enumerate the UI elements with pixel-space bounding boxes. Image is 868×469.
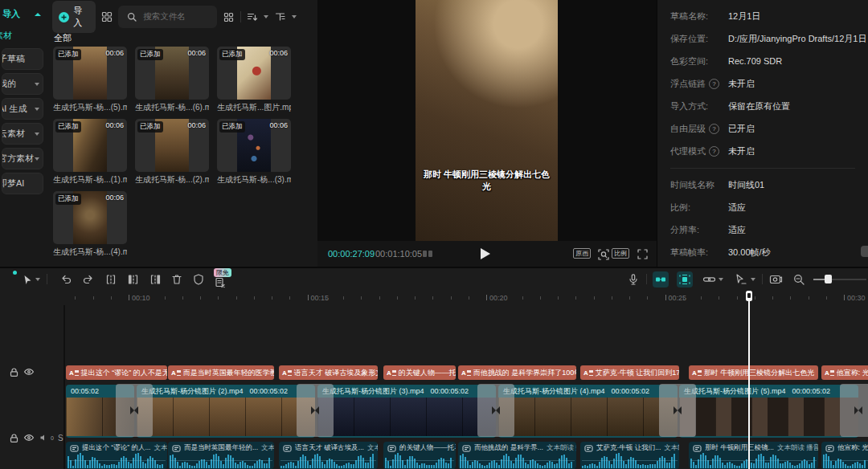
audio-clip[interactable]: 他宣称: 光是 [821, 442, 868, 469]
audio-clip[interactable]: 那时 牛顿刚用三棱镜...文本朗读 播音旁白 [689, 442, 818, 469]
duration-label: 00:06 [269, 49, 288, 57]
sort-icon[interactable] [247, 10, 259, 24]
sidebar-item-cloud-material[interactable]: 云素材 [2, 123, 43, 145]
partial-button[interactable] [861, 246, 868, 257]
microphone-icon[interactable] [625, 271, 641, 288]
video-clip[interactable]: 生成托马斯-杨分镜图片 (2).mp400:00:05:02 [137, 385, 315, 438]
audio-clip[interactable]: 而他挑战的 是科学界...文本朗读 播音旁 [458, 442, 576, 469]
sidebar-item-official-material[interactable]: 官方素材 [2, 148, 43, 169]
sidebar-item-jimeng-ai[interactable]: 即梦AI [2, 173, 43, 194]
media-card[interactable]: 已添加00:06生成托马斯-杨...(2).mp4 [135, 119, 209, 186]
filter-icon[interactable] [274, 10, 286, 24]
waveform-bar [387, 461, 389, 468]
zoom-slider-handle[interactable] [825, 275, 832, 283]
sidebar-item-import[interactable]: 导入 [0, 0, 46, 27]
sidebar-item-mine[interactable]: 我的 [2, 73, 43, 95]
eye-icon[interactable] [23, 366, 35, 377]
compact-view-icon[interactable] [223, 10, 235, 24]
text-clip[interactable]: A那时 牛顿刚用三棱镜分解出七色光 [689, 365, 818, 380]
layers-icon[interactable] [422, 248, 434, 259]
delete-icon[interactable] [169, 271, 185, 288]
media-card[interactable]: 已添加00:06生成托马斯-杨...(1).mp4 [53, 119, 127, 186]
media-card[interactable]: 已添加00:06生成托马斯-杨...(5).mp4 [53, 47, 127, 113]
split-right-icon[interactable] [147, 271, 163, 288]
property-value: D:/应用/JianyingPro Drafts/12月1日 [728, 27, 866, 50]
select-tool-icon[interactable] [19, 271, 35, 288]
waveform-bar [426, 465, 428, 468]
sidebar-item-material[interactable]: 素材 [0, 27, 46, 45]
solo-button[interactable]: S [58, 434, 63, 442]
sidebar-item-ai-generate[interactable]: AI 生成 [2, 98, 43, 120]
video-clip[interactable]: 生成托马斯-杨分镜图片 (5).mp400:00:05:02 [679, 385, 858, 438]
transition-icon[interactable] [840, 384, 868, 437]
grid-view-icon[interactable] [101, 10, 113, 24]
play-button[interactable] [481, 248, 490, 259]
audio-clip[interactable]: 艾萨克·牛顿 让我们...文本朗读 播 [580, 442, 679, 469]
ratio-button[interactable]: 比例 [612, 248, 629, 259]
playhead[interactable] [748, 291, 750, 469]
waveform-bar [338, 466, 340, 468]
focus-zoom-icon[interactable] [597, 248, 610, 261]
text-clip[interactable]: A而是当时英国最年轻的医学教授 [168, 365, 274, 380]
sidebar-item-sub-draft[interactable]: 子草稿 [2, 48, 43, 70]
audio-clip[interactable]: 语言天才 破译古埃及...文本朗读 [279, 442, 378, 469]
ruler-minor-tick [540, 296, 541, 300]
text-clip[interactable]: A他宣称: 光是 [821, 365, 868, 380]
transition-icon[interactable] [297, 384, 334, 437]
import-button[interactable]: 导入 [52, 1, 96, 33]
link-toggle-icon[interactable] [701, 271, 717, 288]
waveform-bar [613, 459, 615, 468]
property-row: 时间线名称时间线01 [657, 173, 868, 196]
property-label: 保存位置: [670, 27, 708, 50]
fullscreen-icon[interactable] [637, 248, 649, 260]
filter-tab-all[interactable]: 全部 [54, 32, 72, 44]
transition-icon[interactable] [116, 384, 153, 437]
undo-icon[interactable] [58, 271, 74, 288]
original-quality-button[interactable]: 原画 [573, 248, 591, 259]
link-toggle-chevron-icon[interactable] [719, 278, 723, 281]
snap-toggle-on[interactable] [653, 271, 669, 288]
preview-axis-toggle-on[interactable] [677, 271, 693, 288]
audio-clip[interactable]: 提出这个 “谬论” 的人...文本朗 [66, 442, 167, 469]
cover-camera-icon[interactable] [768, 271, 784, 288]
audio-clip[interactable]: 的关键人物——托马斯 [383, 442, 456, 469]
waveform-bar [414, 459, 416, 468]
sort-chevron-icon[interactable] [264, 15, 268, 18]
media-card[interactable]: 已添加00:06生成托马斯-杨...(3).mp4 [217, 119, 291, 186]
ruler-minor-tick [612, 296, 612, 300]
media-card[interactable]: 已添加00:06生成托马斯-杨...(4).mp4 [53, 191, 127, 258]
video-clip[interactable]: 生成托马斯-杨分镜图片 (4).mp400:00:05:02 [498, 385, 678, 438]
waveform-bar [438, 459, 440, 468]
split-icon[interactable] [103, 271, 119, 288]
transition-icon[interactable] [477, 384, 514, 437]
redo-icon[interactable] [80, 271, 96, 288]
smart-text-edit-icon[interactable] [212, 275, 228, 291]
eye-icon[interactable] [23, 432, 35, 443]
waveform [460, 452, 575, 468]
timeline-ruler[interactable]: 00:1000:1500:2000:2500:30 [0, 291, 868, 305]
mask-shield-icon[interactable] [190, 271, 207, 288]
search-input[interactable]: 搜索文件名 [118, 6, 217, 28]
property-label: 浮点链路? [670, 72, 719, 95]
audio-clip[interactable]: 而是当时英国最年轻的...文本朗读 [168, 442, 274, 469]
text-clip[interactable]: A语言天才 破译古埃及象形文字 [279, 365, 378, 380]
select-tool-chevron-icon[interactable] [35, 278, 40, 281]
text-clip[interactable]: A而他挑战的 是科学界崇拜了100年的神: [458, 365, 576, 380]
text-clip[interactable]: A的关键人物——托马斯·杨 [383, 365, 456, 380]
lock-icon[interactable] [8, 432, 19, 443]
transition-icon[interactable] [659, 384, 696, 437]
lock-icon[interactable] [8, 366, 19, 377]
split-left-icon[interactable] [125, 271, 141, 288]
select-link-chevron-icon[interactable] [751, 278, 755, 281]
media-card[interactable]: 已添加00:06生成托马斯...图片.mp4 [217, 47, 291, 113]
select-link-icon[interactable] [733, 271, 749, 288]
media-card[interactable]: 已添加00:06生成托马斯-杨...(6).mp4 [135, 47, 209, 113]
text-clip[interactable]: A艾萨克·牛顿 让我们回到17世纪 [580, 365, 679, 380]
text-clip[interactable]: A提出这个 “谬论” 的人不是无名 [66, 365, 167, 380]
volume-icon[interactable] [39, 432, 50, 443]
video-preview[interactable]: 那时 牛顿刚用三棱镜分解出七色 光 [416, 0, 558, 241]
filter-chevron-icon[interactable] [292, 15, 297, 18]
waveform-bar [498, 465, 500, 469]
zoom-out-icon[interactable] [791, 271, 807, 288]
video-clip[interactable]: 生成托马斯-杨分镜图片 (3).mp400:00:05:02 [317, 385, 496, 438]
